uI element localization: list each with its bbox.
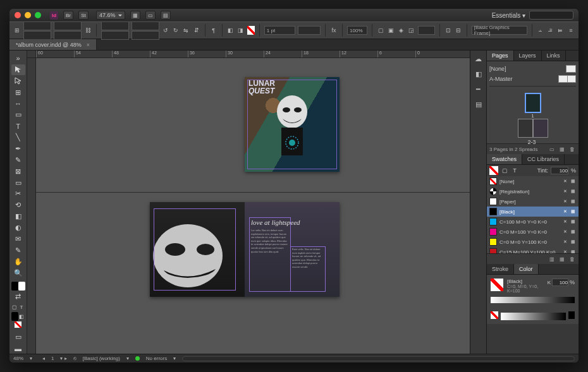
object-style-dropdown[interactable]: [Basic Graphics Frame] xyxy=(472,26,527,35)
fill-none-swatch[interactable] xyxy=(247,26,255,35)
swatch-row[interactable]: C=100 M=0 Y=0 K=0✕▦ xyxy=(487,217,579,227)
swatch-row[interactable]: C=15 M=100 Y=100 K=0✕▦ xyxy=(487,247,579,253)
delete-swatch-icon[interactable]: 🗑 xyxy=(568,255,576,263)
window-close-button[interactable] xyxy=(15,12,21,18)
tab-pages[interactable]: Pages xyxy=(487,51,514,61)
rectangle-frame-tool[interactable]: ⊠ xyxy=(11,166,25,177)
ruler-origin[interactable] xyxy=(27,51,36,58)
fit-frame-icon[interactable]: ⊟ xyxy=(455,26,462,35)
corner-options-icon[interactable]: ◲ xyxy=(408,26,415,35)
zoom-tool[interactable]: 🔍 xyxy=(11,268,25,279)
stock-button[interactable]: St xyxy=(78,11,89,20)
arrange-documents-button[interactable]: ▤ xyxy=(161,11,171,20)
close-tab-icon[interactable]: × xyxy=(87,42,90,48)
type-tool[interactable]: T xyxy=(11,121,25,131)
gradient-swatch-tool[interactable]: ◧ xyxy=(11,211,25,222)
master-none-row[interactable]: [None] xyxy=(489,64,576,74)
text-wrap-none-icon[interactable]: ▢ xyxy=(377,26,384,35)
spread-2-3[interactable]: love at lightspeed Lor velis. Nos int do… xyxy=(150,202,340,297)
pen-tool[interactable]: ✒ xyxy=(11,143,25,154)
gradient-fill-proxy[interactable] xyxy=(491,311,498,319)
page-thumb-1[interactable]: 1 xyxy=(525,93,541,112)
swatch-row[interactable]: C=0 M=100 Y=0 K=0✕▦ xyxy=(487,227,579,237)
flip-horizontal-icon[interactable]: ⇋ xyxy=(182,26,190,35)
a-master-row[interactable]: A-Master xyxy=(489,74,576,84)
screen-mode-preview-icon[interactable]: ▬ xyxy=(11,343,25,354)
master-none-thumb[interactable] xyxy=(566,65,576,73)
height-field[interactable] xyxy=(54,31,82,40)
album-cover-image[interactable]: LUNAR QUEST xyxy=(245,77,340,172)
direct-selection-tool[interactable] xyxy=(11,76,25,87)
preflight-profile[interactable]: [Basic] (working) xyxy=(83,356,120,361)
delete-page-icon[interactable]: 🗑 xyxy=(568,145,576,153)
help-search-input[interactable] xyxy=(529,11,573,20)
tab-stroke[interactable]: Stroke xyxy=(487,264,514,274)
apply-gradient-icon[interactable]: ◧ xyxy=(18,312,25,321)
scale-y-field[interactable] xyxy=(101,31,129,40)
screen-mode-normal-icon[interactable]: ▭ xyxy=(11,332,25,342)
tab-swatches[interactable]: Swatches xyxy=(487,154,522,164)
swatch-row[interactable]: [Registration]✕▦ xyxy=(487,186,579,196)
black-ramp-end[interactable] xyxy=(568,311,575,319)
k-value-input[interactable] xyxy=(552,279,568,286)
free-transform-tool[interactable]: ⟲ xyxy=(11,200,25,210)
width-field[interactable] xyxy=(54,21,82,30)
tint-slider[interactable] xyxy=(491,297,575,303)
gradient-dock-icon[interactable]: ▤ xyxy=(473,99,484,110)
constrain-proportions-icon[interactable]: ⛓ xyxy=(84,26,92,35)
stroke-dock-icon[interactable]: ━ xyxy=(473,83,484,95)
screen-mode-button[interactable]: ▭ xyxy=(145,11,156,20)
horizontal-ruler[interactable]: 60544842363024181260 xyxy=(36,51,470,58)
swatch-row[interactable]: C=0 M=0 Y=100 K=0✕▦ xyxy=(487,237,579,247)
view-options-button[interactable]: ▦ xyxy=(130,11,140,20)
corner-size-field[interactable] xyxy=(418,26,435,35)
formatting-affects-container-icon[interactable]: ▢ xyxy=(11,303,18,311)
a-master-thumb[interactable] xyxy=(558,75,576,83)
align-left-icon[interactable]: ⫠ xyxy=(536,26,544,35)
select-container-icon[interactable]: ◧ xyxy=(227,26,235,35)
bridge-button[interactable]: Br xyxy=(63,11,73,20)
formatting-container-icon[interactable]: ▢ xyxy=(501,167,508,174)
fill-swatch[interactable] xyxy=(11,282,18,291)
default-fill-stroke-icon[interactable]: ⇄ xyxy=(11,291,25,302)
new-swatch-icon[interactable]: ▦ xyxy=(558,255,566,263)
tab-cc-libraries[interactable]: CC Libraries xyxy=(522,154,565,164)
scale-x-field[interactable] xyxy=(101,21,129,30)
apply-none-icon[interactable] xyxy=(15,321,21,328)
cc-libraries-dock-icon[interactable]: ☁ xyxy=(473,53,484,64)
page-tool[interactable]: ⊞ xyxy=(11,87,25,98)
stroke-weight-dropdown[interactable]: 1 pt xyxy=(264,26,296,35)
document-canvas[interactable]: 60544842363024181260 LUNAR QUEST xyxy=(27,51,470,354)
formatting-affects-text-icon[interactable]: T xyxy=(18,303,25,311)
stroke-style-dropdown[interactable] xyxy=(298,26,321,35)
spectrum-ramp[interactable] xyxy=(501,313,566,320)
swatch-row[interactable]: [Paper]✕▦ xyxy=(487,196,579,207)
swatch-row[interactable]: [Black]✕▦ xyxy=(487,207,579,217)
window-zoom-button[interactable] xyxy=(35,12,41,18)
tab-layers[interactable]: Layers xyxy=(514,51,542,61)
preflight-errors[interactable]: No errors xyxy=(146,356,167,361)
fit-content-icon[interactable]: ⊡ xyxy=(444,26,452,35)
hand-tool[interactable]: ✋ xyxy=(11,256,25,267)
select-content-icon[interactable]: ◨ xyxy=(237,26,245,35)
scissors-tool[interactable]: ✂ xyxy=(11,189,25,200)
spread-thumb-2-3[interactable]: 2-3 xyxy=(518,119,548,138)
swatch-row[interactable]: [None]✕▦ xyxy=(487,176,579,186)
rotate-cw-icon[interactable]: ↻ xyxy=(172,26,180,35)
gap-tool[interactable]: ↔ xyxy=(11,99,25,109)
effects-icon[interactable]: fx xyxy=(330,26,338,35)
rotate-ccw-icon[interactable]: ↺ xyxy=(162,26,169,35)
document-tab[interactable]: *album cover.indd @ 48% × xyxy=(9,39,97,50)
zoom-level-dropdown[interactable]: 47.6% xyxy=(96,11,125,20)
toggle-tools-icon[interactable]: » xyxy=(11,53,25,64)
scale-percentage-dropdown[interactable]: 100% xyxy=(347,26,367,35)
workspace-switcher[interactable]: Essentials ▾ xyxy=(492,12,525,19)
rectangle-tool[interactable]: ▭ xyxy=(11,177,25,188)
color-fill-proxy[interactable] xyxy=(491,279,503,291)
shear-field[interactable] xyxy=(132,31,159,40)
color-dock-icon[interactable]: ◧ xyxy=(473,68,484,80)
eyedropper-tool[interactable]: ✎ xyxy=(11,245,25,256)
apply-color-icon[interactable] xyxy=(11,312,18,321)
content-collector-tool[interactable]: ▭ xyxy=(11,109,25,120)
paragraph-mark-icon[interactable]: ¶ xyxy=(210,26,217,35)
